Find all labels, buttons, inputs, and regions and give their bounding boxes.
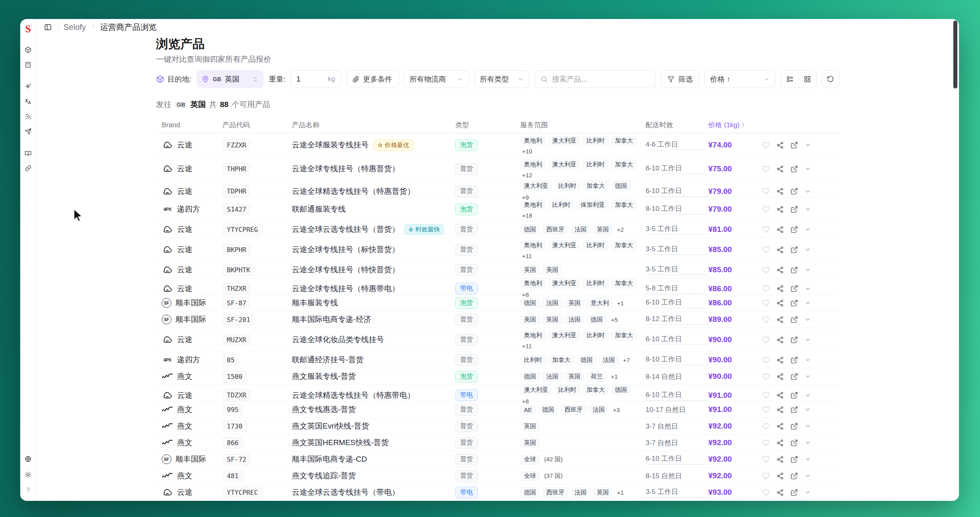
table-row[interactable]: 云途YTYCPREG云途全球云选专线挂号（普货）时效最快普货德国西班牙法国英国+…	[156, 221, 839, 238]
expand-icon[interactable]	[805, 266, 811, 274]
search-input[interactable]	[552, 75, 650, 84]
header-price-sort[interactable]: 价格 (1kg)↑	[708, 120, 763, 130]
open-external-icon[interactable]	[790, 299, 798, 307]
share-icon[interactable]	[776, 315, 784, 324]
theme-sun-icon[interactable]	[23, 470, 33, 479]
open-external-icon[interactable]	[790, 246, 798, 254]
table-row[interactable]: 燕文1730燕文英国Evri快线-普货普货英国3-7 自然日¥92.00	[156, 418, 839, 435]
share-icon[interactable]	[776, 187, 784, 195]
share-icon[interactable]	[776, 205, 784, 213]
help-button[interactable]: ?	[23, 485, 33, 495]
calculator-icon[interactable]	[23, 60, 33, 69]
expand-icon[interactable]	[805, 165, 811, 173]
open-external-icon[interactable]	[790, 422, 798, 430]
breadcrumb-root[interactable]: Selofy	[63, 23, 86, 32]
favorite-icon[interactable]	[762, 141, 770, 149]
table-row[interactable]: 4PX递四方05联邮通经济挂号-普货普货比利时加拿大德国法国+78-10 工作日…	[156, 352, 839, 368]
expand-icon[interactable]	[805, 472, 811, 480]
open-external-icon[interactable]	[790, 266, 798, 274]
favorite-icon[interactable]	[762, 187, 770, 195]
expand-icon[interactable]	[805, 285, 811, 293]
open-external-icon[interactable]	[790, 455, 798, 463]
favorite-icon[interactable]	[762, 246, 770, 254]
favorite-icon[interactable]	[762, 488, 770, 496]
expand-icon[interactable]	[805, 391, 811, 399]
expand-icon[interactable]	[805, 356, 811, 364]
table-row[interactable]: SF顺丰国际SF-87顺丰服装专线泡货德国法国英国意大利+16-10 工作日¥8…	[156, 295, 839, 311]
share-icon[interactable]	[776, 141, 784, 149]
favorite-icon[interactable]	[762, 406, 770, 414]
table-row[interactable]: SF顺丰国际SF-72顺丰国际电商专递-CD普货全球(42 国)6-10 工作日…	[156, 451, 839, 468]
share-icon[interactable]	[776, 266, 784, 274]
share-icon[interactable]	[776, 422, 784, 430]
sidebar-toggle-icon[interactable]	[43, 23, 53, 32]
favorite-icon[interactable]	[762, 299, 770, 307]
open-external-icon[interactable]	[790, 165, 798, 173]
expand-icon[interactable]	[805, 205, 811, 213]
share-icon[interactable]	[776, 372, 784, 380]
expand-icon[interactable]	[805, 439, 811, 447]
sort-select[interactable]: 价格 ↑	[704, 70, 775, 88]
share-icon[interactable]	[776, 472, 784, 480]
table-row[interactable]: SF顺丰国际SF-201顺丰国际电商专递-经济普货美国英国法国德国+58-12 …	[156, 311, 839, 328]
expand-icon[interactable]	[805, 406, 811, 414]
weight-input[interactable]	[296, 75, 328, 84]
favorite-icon[interactable]	[762, 205, 770, 213]
favorite-icon[interactable]	[762, 225, 770, 233]
open-external-icon[interactable]	[790, 356, 798, 364]
table-row[interactable]: 云途TDZXR云途全球精选专线挂号（特惠带电）带电澳大利亚比利时加拿大德国+86…	[156, 385, 839, 401]
favorite-icon[interactable]	[762, 372, 770, 380]
refresh-button[interactable]	[822, 70, 839, 88]
table-row[interactable]: 云途FZZXR云途全球服装专线挂号价格最优泡货奥地利澳大利亚比利时加拿大+104…	[156, 133, 839, 157]
share-icon[interactable]	[776, 336, 784, 344]
grid-view-button[interactable]	[798, 71, 816, 88]
expand-icon[interactable]	[805, 225, 811, 233]
translate-icon[interactable]	[23, 97, 33, 106]
destination-select[interactable]: GB 英国	[196, 70, 264, 88]
favorite-icon[interactable]	[762, 455, 770, 463]
share-icon[interactable]	[776, 299, 784, 307]
open-external-icon[interactable]	[790, 285, 798, 293]
favorite-icon[interactable]	[762, 422, 770, 430]
table-row[interactable]: 云途BKPHTK云途全球专线挂号（特快普货）普货英国美国3-5 工作日¥85.0…	[156, 262, 839, 278]
favorite-icon[interactable]	[762, 315, 770, 324]
expand-icon[interactable]	[805, 336, 811, 344]
table-row[interactable]: 云途MUZXR云途全球化妆品类专线挂号普货奥地利澳大利亚比利时加拿大+116-1…	[156, 328, 839, 352]
share-icon[interactable]	[776, 246, 784, 254]
table-row[interactable]: 燕文1500燕文服装专线-普货泡货德国法国英国荷兰+18-14 自然日¥90.0…	[156, 368, 839, 385]
expand-icon[interactable]	[805, 141, 811, 149]
expand-icon[interactable]	[805, 187, 811, 195]
expand-icon[interactable]	[805, 246, 811, 254]
share-icon[interactable]	[776, 391, 784, 399]
open-external-icon[interactable]	[790, 205, 798, 213]
more-filters-button[interactable]: 更多条件	[346, 70, 399, 88]
filter-button[interactable]: 筛选	[661, 70, 699, 88]
table-row[interactable]: 燕文866燕文英国HERMES快线-普货普货英国3-7 自然日¥92.00	[156, 435, 839, 451]
sparkles-icon[interactable]	[23, 82, 33, 91]
window-scrollbar[interactable]	[953, 21, 957, 88]
expand-icon[interactable]	[805, 299, 811, 307]
share-icon[interactable]	[776, 439, 784, 447]
share-icon[interactable]	[776, 455, 784, 463]
table-row[interactable]: 云途TDPHR云途全球精选专线挂号（特惠普货）普货澳大利亚比利时加拿大德国+96…	[156, 181, 839, 198]
table-row[interactable]: 云途YTYCPREC云途全球云选专线挂号（带电）带电德国西班牙法国英国+13-5…	[156, 484, 839, 501]
open-external-icon[interactable]	[790, 187, 798, 195]
favorite-icon[interactable]	[762, 266, 770, 274]
share-icon[interactable]	[776, 165, 784, 173]
expand-icon[interactable]	[805, 372, 811, 380]
open-external-icon[interactable]	[790, 391, 798, 399]
favorite-icon[interactable]	[762, 285, 770, 293]
open-external-icon[interactable]	[790, 406, 798, 414]
expand-icon[interactable]	[805, 422, 811, 430]
open-external-icon[interactable]	[790, 439, 798, 447]
table-row[interactable]: 4PX递四方S1427联邮通服装专线泡货奥地利比利时保加利亚加拿大+188-10…	[156, 198, 839, 221]
carrier-select[interactable]: 所有物流商	[404, 70, 469, 88]
list-view-button[interactable]	[781, 71, 798, 88]
rss-icon[interactable]	[23, 111, 33, 121]
table-row[interactable]: 云途BKPHR云途全球专线挂号（标快普货）普货奥地利澳大利亚比利时加拿大+113…	[156, 238, 839, 262]
send-icon[interactable]	[23, 126, 33, 136]
package-icon[interactable]	[23, 45, 33, 55]
favorite-icon[interactable]	[762, 391, 770, 399]
share-icon[interactable]	[776, 406, 784, 414]
table-row[interactable]: 云途THZXR云途全球专线挂号（特惠带电）带电奥地利澳大利亚比利时加拿大+85-…	[156, 278, 839, 295]
